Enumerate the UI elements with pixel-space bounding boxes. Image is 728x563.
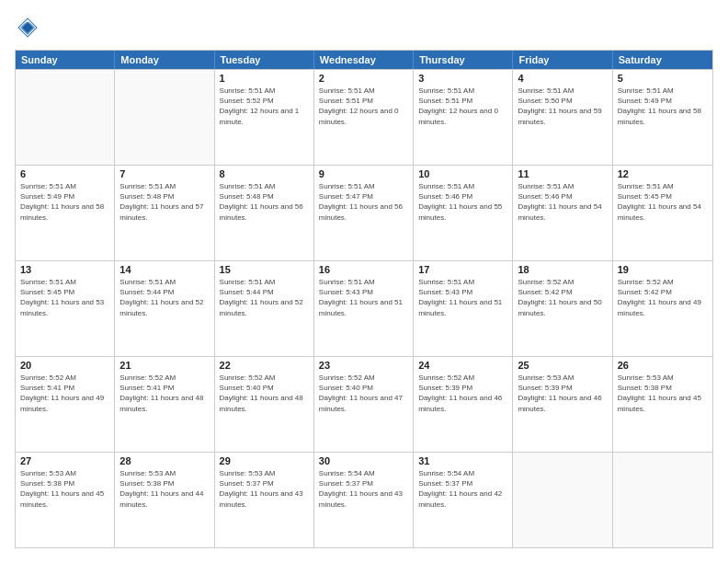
calendar-day-6: 6Sunrise: 5:51 AM Sunset: 5:49 PM Daylig… <box>16 166 115 260</box>
day-info: Sunrise: 5:53 AM Sunset: 5:37 PM Dayligh… <box>220 468 309 510</box>
logo-icon <box>15 15 40 40</box>
header-day-saturday: Saturday <box>613 51 712 69</box>
day-number: 30 <box>319 455 408 466</box>
day-number: 7 <box>119 168 209 179</box>
header-day-monday: Monday <box>115 51 214 69</box>
day-info: Sunrise: 5:51 AM Sunset: 5:45 PM Dayligh… <box>20 277 109 318</box>
day-info: Sunrise: 5:52 AM Sunset: 5:41 PM Dayligh… <box>119 373 209 414</box>
day-info: Sunrise: 5:51 AM Sunset: 5:47 PM Dayligh… <box>319 181 408 223</box>
day-number: 14 <box>119 264 209 275</box>
day-number: 20 <box>20 360 109 371</box>
calendar-day-5: 5Sunrise: 5:51 AM Sunset: 5:49 PM Daylig… <box>613 70 712 165</box>
day-number: 15 <box>220 264 309 275</box>
day-info: Sunrise: 5:52 AM Sunset: 5:42 PM Dayligh… <box>618 277 708 318</box>
calendar-day-26: 26Sunrise: 5:53 AM Sunset: 5:38 PM Dayli… <box>613 357 712 452</box>
day-number: 9 <box>319 168 408 179</box>
calendar-day-12: 12Sunrise: 5:51 AM Sunset: 5:45 PM Dayli… <box>613 166 712 260</box>
calendar-day-15: 15Sunrise: 5:51 AM Sunset: 5:44 PM Dayli… <box>215 261 314 356</box>
day-number: 16 <box>319 264 408 275</box>
calendar-day-30: 30Sunrise: 5:54 AM Sunset: 5:37 PM Dayli… <box>314 453 414 547</box>
day-number: 23 <box>319 360 408 371</box>
header-day-sunday: Sunday <box>16 51 115 69</box>
day-info: Sunrise: 5:51 AM Sunset: 5:43 PM Dayligh… <box>418 277 507 318</box>
day-number: 29 <box>220 455 309 466</box>
calendar-row-1: 1Sunrise: 5:51 AM Sunset: 5:52 PM Daylig… <box>16 69 712 165</box>
day-info: Sunrise: 5:53 AM Sunset: 5:38 PM Dayligh… <box>20 468 109 510</box>
day-info: Sunrise: 5:52 AM Sunset: 5:39 PM Dayligh… <box>418 373 507 414</box>
day-number: 11 <box>518 168 607 179</box>
day-number: 21 <box>119 360 209 371</box>
day-info: Sunrise: 5:51 AM Sunset: 5:43 PM Dayligh… <box>319 277 408 318</box>
day-info: Sunrise: 5:51 AM Sunset: 5:51 PM Dayligh… <box>319 86 408 127</box>
day-number: 1 <box>220 73 309 84</box>
day-info: Sunrise: 5:51 AM Sunset: 5:46 PM Dayligh… <box>518 181 607 223</box>
day-number: 17 <box>418 264 507 275</box>
calendar-day-16: 16Sunrise: 5:51 AM Sunset: 5:43 PM Dayli… <box>314 261 414 356</box>
calendar: SundayMondayTuesdayWednesdayThursdayFrid… <box>15 50 713 548</box>
day-number: 8 <box>220 168 309 179</box>
calendar-row-4: 20Sunrise: 5:52 AM Sunset: 5:41 PM Dayli… <box>16 356 712 452</box>
day-number: 24 <box>418 360 507 371</box>
calendar-day-24: 24Sunrise: 5:52 AM Sunset: 5:39 PM Dayli… <box>414 357 513 452</box>
day-info: Sunrise: 5:51 AM Sunset: 5:49 PM Dayligh… <box>618 86 708 127</box>
day-info: Sunrise: 5:53 AM Sunset: 5:38 PM Dayligh… <box>119 468 209 510</box>
day-info: Sunrise: 5:51 AM Sunset: 5:45 PM Dayligh… <box>618 181 708 223</box>
day-info: Sunrise: 5:51 AM Sunset: 5:48 PM Dayligh… <box>119 181 209 223</box>
day-info: Sunrise: 5:51 AM Sunset: 5:44 PM Dayligh… <box>220 277 309 318</box>
calendar-row-5: 27Sunrise: 5:53 AM Sunset: 5:38 PM Dayli… <box>16 452 712 547</box>
day-info: Sunrise: 5:52 AM Sunset: 5:40 PM Dayligh… <box>319 373 408 414</box>
day-info: Sunrise: 5:51 AM Sunset: 5:52 PM Dayligh… <box>220 86 309 127</box>
calendar-day-3: 3Sunrise: 5:51 AM Sunset: 5:51 PM Daylig… <box>414 70 513 165</box>
calendar-header: SundayMondayTuesdayWednesdayThursdayFrid… <box>16 51 712 69</box>
calendar-row-3: 13Sunrise: 5:51 AM Sunset: 5:45 PM Dayli… <box>16 260 712 356</box>
day-info: Sunrise: 5:52 AM Sunset: 5:40 PM Dayligh… <box>220 373 309 414</box>
day-info: Sunrise: 5:53 AM Sunset: 5:39 PM Dayligh… <box>518 373 607 414</box>
day-number: 31 <box>418 455 507 466</box>
day-number: 26 <box>618 360 708 371</box>
header-day-friday: Friday <box>513 51 612 69</box>
calendar-day-17: 17Sunrise: 5:51 AM Sunset: 5:43 PM Dayli… <box>414 261 513 356</box>
day-number: 3 <box>418 73 507 84</box>
day-info: Sunrise: 5:51 AM Sunset: 5:44 PM Dayligh… <box>119 277 209 318</box>
calendar-day-23: 23Sunrise: 5:52 AM Sunset: 5:40 PM Dayli… <box>314 357 414 452</box>
calendar-day-22: 22Sunrise: 5:52 AM Sunset: 5:40 PM Dayli… <box>215 357 314 452</box>
day-info: Sunrise: 5:51 AM Sunset: 5:46 PM Dayligh… <box>418 181 507 223</box>
day-number: 2 <box>319 73 408 84</box>
day-number: 18 <box>518 264 607 275</box>
day-number: 28 <box>119 455 209 466</box>
day-number: 12 <box>618 168 708 179</box>
calendar-day-21: 21Sunrise: 5:52 AM Sunset: 5:41 PM Dayli… <box>115 357 214 452</box>
calendar-day-28: 28Sunrise: 5:53 AM Sunset: 5:38 PM Dayli… <box>115 453 214 547</box>
calendar-day-14: 14Sunrise: 5:51 AM Sunset: 5:44 PM Dayli… <box>115 261 214 356</box>
calendar-day-10: 10Sunrise: 5:51 AM Sunset: 5:46 PM Dayli… <box>414 166 513 260</box>
calendar-day-1: 1Sunrise: 5:51 AM Sunset: 5:52 PM Daylig… <box>215 70 314 165</box>
calendar-day-31: 31Sunrise: 5:54 AM Sunset: 5:37 PM Dayli… <box>414 453 513 547</box>
day-info: Sunrise: 5:51 AM Sunset: 5:49 PM Dayligh… <box>20 181 109 223</box>
day-number: 10 <box>418 168 507 179</box>
header-day-thursday: Thursday <box>414 51 513 69</box>
calendar-day-8: 8Sunrise: 5:51 AM Sunset: 5:48 PM Daylig… <box>215 166 314 260</box>
calendar-day-20: 20Sunrise: 5:52 AM Sunset: 5:41 PM Dayli… <box>16 357 115 452</box>
calendar-day-13: 13Sunrise: 5:51 AM Sunset: 5:45 PM Dayli… <box>16 261 115 356</box>
calendar-day-11: 11Sunrise: 5:51 AM Sunset: 5:46 PM Dayli… <box>513 166 612 260</box>
day-number: 13 <box>20 264 109 275</box>
calendar-empty-cell <box>115 70 214 165</box>
day-info: Sunrise: 5:52 AM Sunset: 5:41 PM Dayligh… <box>20 373 109 414</box>
day-info: Sunrise: 5:52 AM Sunset: 5:42 PM Dayligh… <box>518 277 607 318</box>
day-number: 22 <box>220 360 309 371</box>
calendar-day-19: 19Sunrise: 5:52 AM Sunset: 5:42 PM Dayli… <box>613 261 712 356</box>
calendar-empty-cell <box>16 70 115 165</box>
day-info: Sunrise: 5:51 AM Sunset: 5:48 PM Dayligh… <box>220 181 309 223</box>
header <box>15 15 713 40</box>
logo <box>15 15 44 40</box>
page: SundayMondayTuesdayWednesdayThursdayFrid… <box>0 0 728 563</box>
calendar-day-9: 9Sunrise: 5:51 AM Sunset: 5:47 PM Daylig… <box>314 166 414 260</box>
calendar-day-25: 25Sunrise: 5:53 AM Sunset: 5:39 PM Dayli… <box>513 357 612 452</box>
day-number: 19 <box>618 264 708 275</box>
day-info: Sunrise: 5:54 AM Sunset: 5:37 PM Dayligh… <box>319 468 408 510</box>
calendar-day-27: 27Sunrise: 5:53 AM Sunset: 5:38 PM Dayli… <box>16 453 115 547</box>
day-info: Sunrise: 5:54 AM Sunset: 5:37 PM Dayligh… <box>418 468 507 510</box>
calendar-row-2: 6Sunrise: 5:51 AM Sunset: 5:49 PM Daylig… <box>16 165 712 260</box>
day-number: 6 <box>20 168 109 179</box>
calendar-day-7: 7Sunrise: 5:51 AM Sunset: 5:48 PM Daylig… <box>115 166 214 260</box>
